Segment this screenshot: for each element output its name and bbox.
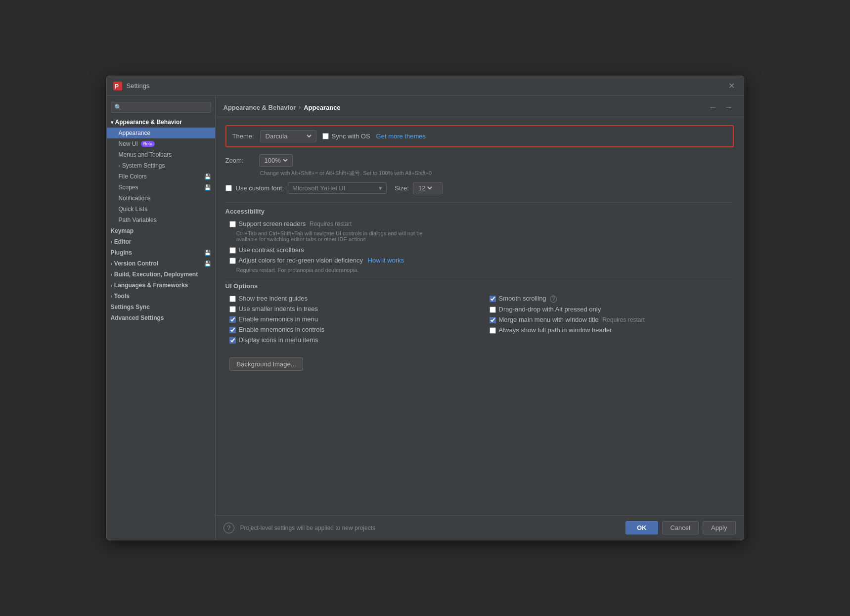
cancel-button[interactable]: Cancel	[662, 521, 699, 534]
sidebar-item-plugins[interactable]: Plugins 💾	[107, 247, 215, 258]
window-title: Settings	[127, 82, 150, 89]
sidebar-item-tools[interactable]: › Tools	[107, 291, 215, 302]
disk-icon: 💾	[204, 184, 211, 191]
sidebar-item-settings-sync[interactable]: Settings Sync	[107, 302, 215, 312]
screen-readers-checkbox[interactable]	[229, 221, 236, 227]
font-size-select[interactable]: 10 11 12 13 14	[416, 184, 434, 192]
sidebar-item-menus-toolbars[interactable]: Menus and Toolbars	[107, 149, 215, 160]
chevron-right-icon: ›	[111, 283, 112, 288]
bottom-buttons: OK Cancel Apply	[626, 521, 736, 534]
help-button[interactable]: ?	[224, 523, 234, 533]
smaller-indents-label: Use smaller indents in trees	[239, 305, 318, 312]
font-select-box[interactable]: Microsoft YaHei UI ▾	[288, 182, 387, 194]
search-box[interactable]: 🔍	[111, 102, 211, 113]
smaller-indents-checkbox[interactable]	[229, 306, 236, 312]
sidebar-item-keymap[interactable]: Keymap	[107, 225, 215, 236]
sidebar-item-system-settings[interactable]: › System Settings	[107, 160, 215, 171]
sidebar-item-appearance[interactable]: Appearance	[107, 128, 215, 138]
sidebar-item-appearance-behavior[interactable]: ▾ Appearance & Behavior	[107, 117, 215, 128]
back-button[interactable]: ←	[706, 102, 720, 113]
sync-with-os-checkbox[interactable]	[322, 133, 329, 139]
search-input[interactable]	[124, 104, 208, 111]
screen-readers-hint: Ctrl+Tab and Ctrl+Shift+Tab will navigat…	[236, 230, 734, 242]
accessibility-header: Accessibility	[225, 208, 734, 215]
bg-image-container: Background Image...	[225, 353, 734, 371]
bottom-hint: Project-level settings will be applied t…	[240, 525, 626, 531]
sidebar-item-label: Advanced Settings	[111, 314, 164, 321]
full-path-checkbox[interactable]	[490, 327, 496, 334]
theme-label: Theme:	[232, 132, 254, 140]
sidebar-item-label: Menus and Toolbars	[119, 151, 172, 158]
display-icons-checkbox[interactable]	[229, 337, 236, 344]
contrast-scrollbars-label: Use contrast scrollbars	[239, 246, 304, 254]
smooth-scrolling-checkbox[interactable]	[490, 296, 496, 302]
theme-dropdown[interactable]: Darcula IntelliJ Light High Contrast	[260, 130, 316, 142]
sidebar-item-editor[interactable]: › Editor	[107, 236, 215, 247]
font-size-dropdown[interactable]: 10 11 12 13 14	[413, 182, 443, 194]
app-icon: P	[113, 81, 123, 91]
custom-font-checkbox[interactable]	[225, 185, 232, 191]
tree-indent-label: Show tree indent guides	[239, 295, 308, 302]
sidebar-item-scopes[interactable]: Scopes 💾	[107, 182, 215, 193]
panel-header: Appearance & Behavior › Appearance ← →	[216, 96, 744, 117]
sidebar-item-build-execution[interactable]: › Build, Execution, Deployment	[107, 269, 215, 280]
sidebar-item-file-colors[interactable]: File Colors 💾	[107, 171, 215, 182]
main-content: 🔍 ▾ Appearance & Behavior Appearance New…	[107, 96, 744, 540]
chevron-right-icon: ›	[111, 294, 112, 299]
contrast-scrollbars-checkbox[interactable]	[229, 247, 236, 254]
sidebar-item-version-control[interactable]: › Version Control 💾	[107, 258, 215, 269]
mnemonics-menu-checkbox[interactable]	[229, 316, 236, 323]
sidebar-item-label: New UI	[119, 140, 138, 147]
how-it-works-link[interactable]: How it works	[368, 257, 404, 264]
sidebar-item-path-variables[interactable]: Path Variables	[107, 215, 215, 225]
sidebar-item-label: Keymap	[111, 227, 134, 234]
sync-with-os-label[interactable]: Sync with OS	[332, 132, 370, 140]
sidebar-item-notifications[interactable]: Notifications	[107, 193, 215, 204]
size-label: Size:	[395, 184, 409, 192]
red-green-row: Adjust colors for red-green vision defic…	[225, 257, 734, 264]
nav-buttons: ← →	[706, 102, 736, 113]
red-green-label: Adjust colors for red-green vision defic…	[239, 257, 404, 264]
breadcrumb: Appearance & Behavior › Appearance	[224, 104, 706, 111]
sidebar-item-label: Plugins	[111, 249, 132, 256]
ok-button[interactable]: OK	[626, 521, 658, 534]
theme-select[interactable]: Darcula IntelliJ Light High Contrast	[264, 132, 313, 140]
sidebar-item-label: System Settings	[122, 162, 165, 169]
drag-drop-checkbox[interactable]	[490, 307, 496, 313]
chevron-right-icon: ›	[111, 261, 112, 266]
smooth-scrolling-row: Smooth scrolling ?	[486, 295, 734, 303]
breadcrumb-parent: Appearance & Behavior	[224, 104, 296, 111]
font-value: Microsoft YaHei UI	[292, 184, 345, 192]
sidebar-item-label: Notifications	[119, 195, 151, 202]
sidebar-item-quick-lists[interactable]: Quick Lists	[107, 204, 215, 215]
sidebar-item-languages-frameworks[interactable]: › Languages & Frameworks	[107, 280, 215, 291]
forward-button[interactable]: →	[722, 102, 736, 113]
apply-button[interactable]: Apply	[703, 521, 736, 534]
ui-options-grid: Show tree indent guides Use smaller inde…	[225, 295, 734, 347]
chevron-right-icon: ›	[119, 163, 120, 169]
custom-font-label[interactable]: Use custom font:	[236, 184, 284, 192]
sidebar-item-new-ui[interactable]: New UI Beta	[107, 138, 215, 149]
close-button[interactable]: ✕	[725, 81, 738, 91]
get-more-themes-link[interactable]: Get more themes	[376, 132, 426, 140]
sidebar-item-label: Path Variables	[119, 217, 157, 223]
red-green-checkbox[interactable]	[229, 258, 236, 264]
background-image-button[interactable]: Background Image...	[229, 357, 304, 371]
zoom-dropdown[interactable]: 75% 100% 125% 150%	[259, 154, 293, 167]
smooth-scrolling-help-icon[interactable]: ?	[550, 296, 557, 303]
full-path-row: Always show full path in window header	[486, 326, 734, 334]
drag-drop-label: Drag-and-drop with Alt pressed only	[499, 306, 601, 313]
drag-drop-row: Drag-and-drop with Alt pressed only	[486, 306, 734, 313]
breadcrumb-separator: ›	[299, 104, 301, 111]
merge-menu-checkbox[interactable]	[490, 317, 496, 323]
chevron-right-icon: ›	[111, 272, 112, 277]
full-path-label: Always show full path in window header	[499, 326, 612, 334]
contrast-scrollbars-row: Use contrast scrollbars	[225, 246, 734, 254]
sidebar-item-advanced-settings[interactable]: Advanced Settings	[107, 312, 215, 323]
zoom-hint: Change with Alt+Shift+= or Alt+Shift+减号.…	[225, 170, 734, 177]
sidebar-item-label: Scopes	[119, 184, 138, 191]
zoom-select[interactable]: 75% 100% 125% 150%	[263, 156, 289, 165]
tree-indent-checkbox[interactable]	[229, 296, 236, 302]
mnemonics-controls-checkbox[interactable]	[229, 327, 236, 333]
right-panel: Appearance & Behavior › Appearance ← → T…	[216, 96, 744, 540]
